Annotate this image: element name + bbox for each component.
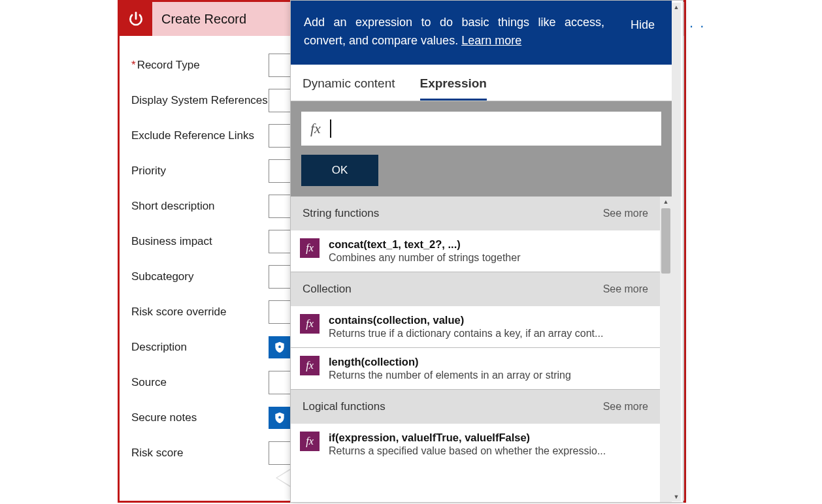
shield-icon [269, 336, 291, 358]
function-description: Returns true if a dictionary contains a … [329, 328, 603, 339]
field-label: Subcategory [131, 270, 269, 283]
field-label: Secure notes [131, 411, 269, 424]
field-label: Risk score override [131, 305, 269, 319]
function-text: concat(text_1, text_2?, ...)Combines any… [329, 238, 520, 264]
more-menu-icon[interactable]: . . [689, 14, 705, 31]
category-name: Collection [303, 283, 352, 296]
popup-banner: Add an expression to do basic things lik… [291, 1, 672, 65]
fx-icon: fx [300, 314, 320, 334]
field-label-text: Display System References [131, 94, 268, 106]
fx-icon: fx [300, 356, 320, 375]
field-label-text: Priority [131, 165, 166, 177]
card-title: Create Record [152, 12, 246, 27]
function-item[interactable]: fxconcat(text_1, text_2?, ...)Combines a… [291, 230, 660, 272]
function-text: if(expression, valueIfTrue, valueIfFalse… [329, 432, 606, 457]
function-signature: contains(collection, value) [329, 314, 603, 326]
field-label-text: Secure notes [131, 411, 197, 424]
field-label-text: Exclude Reference Links [131, 129, 254, 142]
category-header: String functionsSee more [291, 197, 660, 230]
field-label-text: Source [131, 376, 167, 388]
function-item[interactable]: fxcontains(collection, value)Returns tru… [291, 306, 660, 348]
field-label: Display System References [131, 93, 269, 107]
banner-text: Add an expression to do basic things lik… [304, 16, 604, 47]
function-text: length(collection)Returns the number of … [329, 356, 571, 381]
field-label: Business impact [131, 234, 269, 248]
popup-tabs: Dynamic content Expression [291, 65, 672, 101]
field-label: Exclude Reference Links [131, 129, 269, 142]
learn-more-link[interactable]: Learn more [461, 34, 521, 47]
see-more-link[interactable]: See more [603, 283, 648, 295]
banner-text-wrap: Add an expression to do basic things lik… [304, 14, 604, 50]
category-header: CollectionSee more [291, 272, 660, 306]
function-signature: concat(text_1, text_2?, ...) [329, 238, 520, 251]
tab-expression[interactable]: Expression [420, 76, 487, 101]
ok-button[interactable]: OK [301, 155, 378, 186]
field-label: Priority [131, 164, 269, 178]
field-label: Source [131, 375, 269, 389]
required-asterisk: * [131, 59, 136, 71]
scroll-down-arrow-icon[interactable]: ▼ [672, 492, 681, 501]
field-label-text: Short description [131, 200, 215, 212]
fx-icon: fx [300, 432, 320, 451]
function-signature: length(collection) [329, 356, 571, 368]
field-label: *Record Type [131, 58, 269, 72]
svg-point-0 [278, 345, 281, 348]
expression-input-area: fx OK [291, 101, 672, 197]
expression-input[interactable]: fx [301, 112, 661, 146]
popup-caret-inner [277, 470, 290, 486]
function-list-scrollbar[interactable]: ▲ [660, 197, 672, 502]
function-list: ▲ String functionsSee morefxconcat(text_… [291, 197, 672, 502]
field-label-text: Business impact [131, 235, 212, 247]
field-label: Short description [131, 199, 269, 213]
field-label-text: Record Type [137, 59, 200, 71]
field-label-text: Risk score [131, 447, 183, 459]
function-signature: if(expression, valueIfTrue, valueIfFalse… [329, 432, 606, 444]
popup-outer-scrollbar[interactable]: ▲ ▼ [672, 3, 681, 501]
field-label: Description [131, 340, 269, 354]
category-header: Logical functionsSee more [291, 390, 660, 424]
tab-dynamic-content[interactable]: Dynamic content [303, 76, 395, 101]
function-item[interactable]: fxif(expression, valueIfTrue, valueIfFal… [291, 424, 660, 465]
function-description: Combines any number of strings together [329, 252, 520, 264]
function-description: Returns the number of elements in an arr… [329, 370, 571, 381]
field-label-text: Risk score override [131, 306, 227, 318]
function-text: contains(collection, value)Returns true … [329, 314, 603, 339]
function-item[interactable]: fxlength(collection)Returns the number o… [291, 348, 660, 390]
field-label-text: Subcategory [131, 270, 193, 283]
field-label-text: Description [131, 341, 187, 353]
scroll-up-arrow-icon[interactable]: ▲ [660, 197, 672, 207]
see-more-link[interactable]: See more [603, 208, 648, 219]
hide-button[interactable]: Hide [631, 16, 655, 35]
category-name: Logical functions [303, 400, 386, 413]
expression-popup: ▲ ▼ Add an expression to do basic things… [290, 0, 683, 503]
power-icon [120, 2, 152, 36]
svg-point-1 [278, 416, 281, 418]
shield-icon [269, 407, 291, 429]
fx-icon: fx [310, 120, 321, 137]
function-description: Returns a specified value based on wheth… [329, 445, 606, 457]
category-name: String functions [303, 207, 379, 220]
field-label: Risk score [131, 446, 269, 460]
text-cursor [330, 119, 331, 138]
scrollbar-thumb[interactable] [661, 208, 670, 274]
fx-icon: fx [300, 238, 320, 258]
scroll-up-arrow-icon[interactable]: ▲ [672, 3, 681, 12]
see-more-link[interactable]: See more [603, 401, 648, 413]
